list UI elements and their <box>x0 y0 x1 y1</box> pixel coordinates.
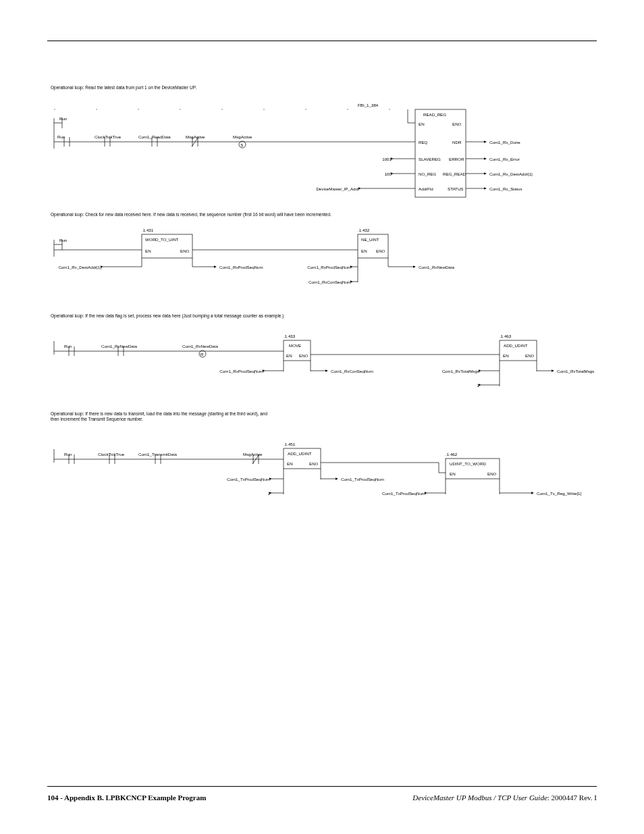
r2-power: Run <box>59 238 68 242</box>
r3-R: R <box>200 352 204 357</box>
rung1-c4: MsgActive <box>186 134 205 139</box>
r1-ERROR: ERROR <box>449 157 464 161</box>
r4-fb2R: ENO <box>487 471 497 476</box>
footer-right-rest: : 2000447 Rev. I <box>547 793 597 802</box>
ladder-diagram-container: Operational loop: Read the latest data f… <box>47 81 597 753</box>
rung1-c5: MsgActive <box>233 134 252 139</box>
r3-fb1out: Com1_RxConSeqNum <box>331 369 373 373</box>
rung1-fbname: READ_REG <box>423 112 446 117</box>
r3-fb1id: .1.433 <box>284 334 296 338</box>
r1-o3: Com1_Rx_DestAddr[1] <box>489 172 533 176</box>
r1-NOREG: NO_REG <box>419 172 436 176</box>
r1-iv2: 100 <box>385 172 392 176</box>
r2-fb2out: Com1_RxNewData <box>419 265 455 269</box>
rung2-comment: Operational loop: Check for new data rec… <box>51 212 331 217</box>
r2-fb2id: .1.432 <box>358 228 370 232</box>
rung1-c2: ClockTickTrue <box>95 134 122 139</box>
r3-fb1R: ENO <box>299 353 308 358</box>
r1-REGREAD: REG_READ <box>443 172 466 176</box>
r3-fb2R: ENO <box>525 353 535 358</box>
r4-fb1in2: 1 <box>268 491 271 496</box>
r2-fb1n: WORD_TO_UINT <box>145 237 179 242</box>
r2-fb2L: EN <box>361 249 367 253</box>
r2-fb1R: ENO <box>180 249 190 253</box>
r1-ENO: ENO <box>452 122 462 126</box>
r1-o2: Com1_Rx_Error <box>489 157 520 161</box>
r2-fb2in2: Com1_RxConSeqNum <box>308 280 351 284</box>
r2-fb1id: .1.431 <box>142 228 154 232</box>
ladder-svg: Operational loop: Read the latest data f… <box>47 81 597 527</box>
page-footer: 104 - Appendix B. LPBKCNCP Example Progr… <box>47 793 597 802</box>
r2-fb1in: Com1_Rx_DestAddr[1] <box>58 265 101 269</box>
r4-c1: ClockTickTrue <box>98 452 125 457</box>
r3-fb1L: EN <box>286 353 292 358</box>
rung4-comment-l2: then increment the Transmit Sequence num… <box>51 417 143 422</box>
r2-fb1out: Com1_RxProdSeqNum <box>219 265 263 269</box>
r2-fb2n: NE_UINT <box>361 237 379 242</box>
r1-SLAVEREG: SLAVEREG <box>419 157 441 161</box>
r1-EN: EN <box>419 122 425 126</box>
page-top-rule <box>47 41 597 41</box>
r3-fb2in2: 1 <box>477 383 480 388</box>
rung1-fbid: FBI_1_384 <box>358 103 379 107</box>
r3-fb1n: MOVE <box>289 343 301 348</box>
r1-o4: Com1_Rx_Status <box>489 186 522 191</box>
r3-fb1in: Com1_RxProdSeqNum <box>219 369 263 373</box>
r1-REQ: REQ <box>419 140 428 145</box>
r3-fb2out: Com1_RxTotalMsgs <box>557 369 594 373</box>
footer-right-ital: DeviceMaster UP Modbus / TCP User Guide <box>412 793 547 802</box>
footer-right: DeviceMaster UP Modbus / TCP User Guide:… <box>412 793 597 802</box>
r2-fb2in1: Com1_RxProdSeqNum <box>307 265 351 269</box>
rung1-power-label: Run <box>59 116 68 121</box>
r4-fb2L: EN <box>450 471 456 476</box>
r2-fb2R: ENO <box>376 249 385 253</box>
r4-c3: MsgActive <box>243 452 263 457</box>
rung1-coil-s: S <box>240 142 243 147</box>
r1-o1: Com1_Rx_Done <box>489 140 520 145</box>
r4-fb2id: .1.462 <box>446 452 458 457</box>
r2-fb1L: EN <box>145 249 151 253</box>
r4-fb2n: UDINT_TO_WORD <box>450 461 486 466</box>
r3-fb2id: .1.463 <box>500 334 512 338</box>
page-bottom-rule <box>47 786 597 787</box>
rung1-c3: Com1_ReadData <box>138 134 171 139</box>
r3-fb2L: EN <box>503 353 509 358</box>
r4-fb1in1: Com1_TxProdSeqNum <box>227 477 270 481</box>
r3-fb2in1: Com1_RxTotalMsgs <box>442 369 479 373</box>
footer-left: 104 - Appendix B. LPBKCNCP Example Progr… <box>47 793 206 802</box>
r1-NDR: NDR <box>452 140 462 145</box>
r3-power: Run <box>64 344 72 348</box>
rung4-comment-l1: Operational loop: If there is new data t… <box>51 411 268 417</box>
r3-fb2n: ADD_UDINT <box>504 343 528 348</box>
rung3-comment: Operational loop: If the new data flag i… <box>51 313 284 319</box>
r4-power: Run <box>64 452 72 457</box>
rung1-comment: Operational loop: Read the latest data f… <box>51 85 196 90</box>
r1-STATUS: STATUS <box>448 186 464 191</box>
r1-iv1: 1001 <box>382 157 392 161</box>
r4-fb1id: .1.451 <box>284 442 296 446</box>
r3-coil1: Com1_RxNewData <box>182 344 219 348</box>
r1-iv3: DeviceMaster_IP_Addr <box>316 186 359 191</box>
r4-fb2out: Com1_Tx_Reg_Write[1] <box>537 491 582 496</box>
r1-Addr: AddrFld <box>419 186 433 191</box>
r4-fb1R: ENO <box>309 461 319 466</box>
r4-c2: Com1_TransmitData <box>138 452 177 457</box>
r4-fb1out: Com1_TxProdSeqNum <box>341 477 384 481</box>
r3-c1: Com1_RxNewData <box>101 344 138 348</box>
r4-fb1n: ADD_UDINT <box>288 451 312 456</box>
r4-fb2in: Com1_TxProdSeqNum <box>382 491 425 496</box>
r4-fb1L: EN <box>287 461 293 466</box>
